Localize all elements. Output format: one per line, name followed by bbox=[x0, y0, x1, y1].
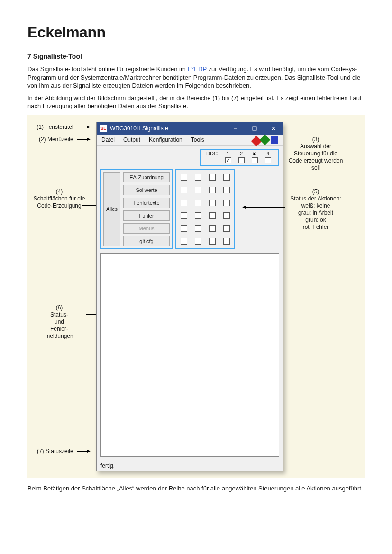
status-box bbox=[209, 174, 216, 181]
status-box bbox=[209, 200, 216, 206]
annot-6: (6) Status- und Fehler- meldungen bbox=[45, 304, 73, 339]
status-box bbox=[195, 212, 201, 219]
status-box bbox=[209, 212, 216, 219]
status-grid bbox=[175, 169, 235, 249]
menu-output[interactable]: Output bbox=[123, 136, 140, 143]
annot-5-title: (5) bbox=[287, 188, 344, 195]
alles-button[interactable]: Alles bbox=[103, 172, 120, 246]
action-button-group: Alles EA-Zuordnung Sollwerte Fehlertexte… bbox=[100, 169, 173, 249]
flag-blue-icon[interactable] bbox=[271, 136, 278, 144]
annot-5-l2: grau: in Arbeit bbox=[287, 209, 344, 217]
brand-logo: Eckelmann bbox=[27, 24, 365, 41]
annot-5-body: Status der Aktionen: bbox=[287, 195, 344, 202]
menu-datei[interactable]: Datei bbox=[101, 136, 115, 143]
eedp-link[interactable]: E°EDP bbox=[187, 65, 206, 73]
status-box bbox=[181, 238, 187, 245]
window-title: WRG3010H Signalliste bbox=[110, 125, 226, 132]
status-box bbox=[181, 212, 187, 219]
status-box bbox=[181, 200, 187, 206]
status-box bbox=[181, 225, 187, 232]
arrow-icon bbox=[77, 139, 90, 140]
status-box bbox=[223, 225, 230, 232]
status-box bbox=[195, 187, 201, 193]
intro-paragraph-1: Das Signalliste-Tool steht online für re… bbox=[27, 65, 365, 90]
annot-1: (1) Fenstertitel bbox=[36, 124, 73, 130]
menubar: Datei Output Konfiguration Tools bbox=[97, 135, 283, 146]
close-button[interactable] bbox=[264, 122, 283, 135]
ddc-col-2: 2 bbox=[235, 151, 248, 156]
intro-paragraph-2: In der Abbildung wird der Bildschirm dar… bbox=[27, 94, 365, 110]
menu-tools[interactable]: Tools bbox=[191, 136, 204, 143]
titlebar: SL WRG3010H Signalliste bbox=[97, 122, 283, 135]
ddc-check-1[interactable] bbox=[225, 157, 231, 163]
ddc-check-4[interactable] bbox=[265, 157, 271, 163]
annot-4-title: (4) bbox=[33, 188, 85, 195]
app-window: SL WRG3010H Signalliste Datei Output bbox=[96, 122, 283, 471]
annot-5-l4: rot: Fehler bbox=[287, 224, 344, 231]
status-box bbox=[209, 187, 216, 193]
annot-7: (7) Statuszeile bbox=[37, 448, 73, 454]
annot-5-l3: grün: ok bbox=[287, 217, 344, 224]
annot-3-title: (3) bbox=[287, 136, 344, 143]
ddc-check-3[interactable] bbox=[252, 157, 258, 163]
ddc-label: DDC bbox=[202, 151, 221, 156]
arrow-icon bbox=[243, 207, 285, 208]
section-heading: 7 Signalliste-Tool bbox=[27, 53, 365, 60]
status-box bbox=[195, 174, 201, 181]
arrow-icon bbox=[77, 451, 90, 452]
action-gltcfg[interactable]: glt.cfg bbox=[123, 236, 170, 246]
maximize-button[interactable] bbox=[245, 122, 264, 135]
figure-container: (1) Fenstertitel (2) Menüzeile (4) Schal… bbox=[27, 115, 365, 478]
annot-4-body: Schaltflächen für die Code-Erzeuigung bbox=[33, 195, 85, 209]
app-icon: SL bbox=[100, 125, 107, 132]
action-fuehler[interactable]: Fühler bbox=[123, 210, 170, 221]
status-box bbox=[195, 225, 201, 232]
status-box bbox=[181, 187, 187, 193]
ddc-col-4: 4 bbox=[261, 151, 274, 156]
status-box bbox=[223, 187, 230, 193]
annot-2: (2) Menüzeile bbox=[39, 136, 73, 143]
annot-3-body: Auswahl der Steuerung für die Code erzeu… bbox=[287, 143, 344, 172]
ddc-check-2[interactable] bbox=[238, 157, 245, 163]
annot-5-l1: weiß: keine bbox=[287, 202, 344, 209]
action-ea-zuordnung[interactable]: EA-Zuordnung bbox=[123, 172, 170, 182]
para1-text-a: Das Signalliste-Tool steht online für re… bbox=[27, 65, 187, 73]
status-box bbox=[209, 238, 216, 245]
statusbar: fertig. bbox=[97, 461, 283, 471]
action-fehlertexte[interactable]: Fehlertexte bbox=[123, 198, 170, 208]
svg-rect-1 bbox=[253, 127, 256, 130]
arrow-icon bbox=[77, 127, 90, 127]
status-box bbox=[223, 200, 230, 206]
arrow-icon bbox=[252, 154, 285, 154]
flag-red-icon[interactable] bbox=[251, 136, 262, 147]
log-textarea[interactable] bbox=[100, 253, 279, 457]
status-box bbox=[223, 212, 230, 219]
status-box bbox=[223, 174, 230, 181]
minimize-button[interactable] bbox=[226, 122, 245, 135]
ddc-col-1: 1 bbox=[221, 151, 235, 156]
ddc-selector: DDC 1 2 3 4 bbox=[200, 149, 279, 166]
status-box bbox=[223, 238, 230, 245]
status-box bbox=[195, 238, 201, 245]
action-sollwerte[interactable]: Sollwerte bbox=[123, 185, 170, 195]
menu-konfiguration[interactable]: Konfiguration bbox=[149, 136, 182, 143]
status-box bbox=[195, 200, 201, 206]
flag-green-icon[interactable] bbox=[260, 135, 271, 145]
status-box bbox=[181, 174, 187, 181]
status-box bbox=[209, 225, 216, 232]
action-menues[interactable]: Menüs bbox=[123, 223, 170, 234]
outro-paragraph: Beim Betätigen der Schaltfläche „Alles“ … bbox=[27, 484, 365, 493]
